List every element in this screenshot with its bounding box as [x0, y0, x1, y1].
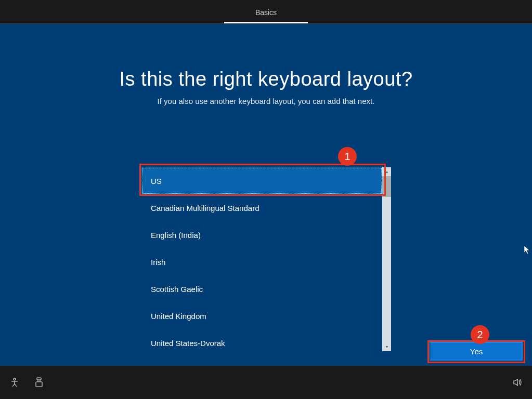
layout-option-united-kingdom[interactable]: United Kingdom [141, 302, 382, 329]
top-bar: Basics [0, 0, 532, 24]
yes-button[interactable]: Yes [429, 342, 523, 361]
layout-option-us[interactable]: US [141, 167, 382, 194]
scroll-up-icon[interactable]: ▴ [382, 167, 391, 176]
main-content: Is this the right keyboard layout? If yo… [0, 24, 532, 366]
page-subtitle: If you also use another keyboard layout,… [0, 97, 532, 105]
page-title: Is this the right keyboard layout? [0, 68, 532, 90]
bottom-bar [0, 366, 532, 399]
layout-option-canadian[interactable]: Canadian Multilingual Standard [141, 194, 382, 221]
keyboard-layout-list-container: US Canadian Multilingual Standard Englis… [141, 167, 391, 351]
power-icon[interactable] [34, 377, 44, 388]
annotation-badge-2: 2 [471, 325, 489, 344]
layout-option-irish[interactable]: Irish [141, 248, 382, 275]
layout-option-us-dvorak[interactable]: United States-Dvorak [141, 329, 382, 356]
keyboard-layout-list: US Canadian Multilingual Standard Englis… [141, 167, 382, 351]
layout-option-english-india[interactable]: English (India) [141, 221, 382, 248]
scrollbar[interactable]: ▴ ▾ [382, 167, 391, 351]
annotation-badge-1: 1 [338, 147, 357, 166]
tab-basics[interactable]: Basics [224, 2, 308, 23]
svg-point-0 [14, 378, 16, 380]
scroll-thumb[interactable] [382, 176, 391, 197]
layout-option-scottish-gaelic[interactable]: Scottish Gaelic [141, 275, 382, 302]
svg-rect-2 [36, 382, 42, 387]
volume-icon[interactable] [512, 377, 523, 388]
scroll-down-icon[interactable]: ▾ [382, 342, 391, 351]
scroll-track[interactable] [382, 176, 391, 342]
svg-rect-1 [37, 378, 41, 380]
accessibility-icon[interactable] [9, 377, 20, 388]
